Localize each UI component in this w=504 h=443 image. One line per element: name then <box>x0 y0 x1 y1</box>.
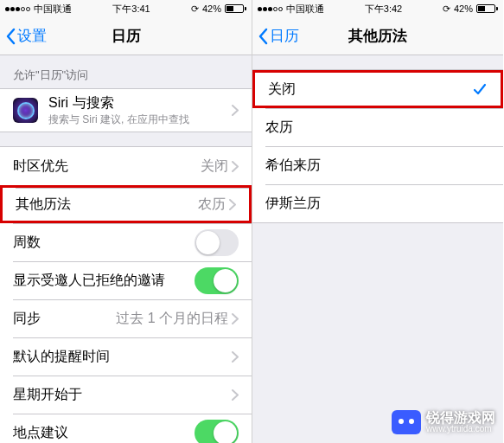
option-lunar[interactable]: 农历 <box>252 108 503 146</box>
watermark-logo-icon <box>392 410 421 434</box>
clock-label: 下午3:41 <box>112 3 150 16</box>
weekstart-label: 星期开始于 <box>13 386 232 404</box>
week-start-cell[interactable]: 星期开始于 <box>0 376 252 414</box>
sync-cell[interactable]: 同步 过去 1 个月的日程 <box>0 299 252 337</box>
carrier-label: 中国联通 <box>286 3 324 16</box>
orientation-lock-icon: ⟳ <box>443 3 450 15</box>
sync-label: 同步 <box>13 310 116 328</box>
back-label: 日历 <box>270 26 299 46</box>
back-label: 设置 <box>17 26 47 46</box>
signal-icon <box>5 7 30 11</box>
option-off-label: 关闭 <box>268 80 472 99</box>
watermark-url: www.ytruida.com <box>426 425 495 433</box>
tz-value: 关闭 <box>201 157 228 176</box>
show-declined-toggle[interactable] <box>195 267 239 294</box>
declined-label: 显示受邀人已拒绝的邀请 <box>13 272 195 290</box>
signal-icon <box>258 7 283 11</box>
chevron-right-icon <box>232 351 239 363</box>
battery-icon <box>476 4 498 13</box>
chevron-left-icon <box>258 28 268 45</box>
battery-icon <box>225 4 246 13</box>
page-title: 其他历法 <box>348 26 407 46</box>
option-off[interactable]: 关闭 <box>252 70 503 108</box>
clock-label: 下午3:42 <box>365 3 402 16</box>
orientation-lock-icon: ⟳ <box>191 3 199 15</box>
check-icon <box>472 81 488 97</box>
location-suggestions-toggle[interactable] <box>195 420 239 443</box>
chevron-right-icon <box>232 105 239 116</box>
battery-percent: 42% <box>454 3 473 14</box>
alternate-calendars-pane: 中国联通 下午3:42 ⟳ 42% 日历 其他历法 关闭 农历 <box>252 0 503 443</box>
option-islamic[interactable]: 伊斯兰历 <box>252 184 503 222</box>
altcal-value: 农历 <box>198 196 226 214</box>
carrier-label: 中国联通 <box>34 3 72 16</box>
show-declined-cell[interactable]: 显示受邀人已拒绝的邀请 <box>0 261 252 299</box>
siri-icon <box>13 98 38 123</box>
battery-percent: 42% <box>202 3 221 14</box>
settings-calendar-pane: 中国联通 下午3:41 ⟳ 42% 设置 日历 允许"日历"访问 Siri 与搜… <box>0 0 252 443</box>
nav-bar: 设置 日历 <box>0 17 252 55</box>
back-button[interactable]: 日历 <box>252 26 299 46</box>
siri-subtitle: 搜索与 Siri 建议, 在应用中查找 <box>48 113 232 127</box>
week-numbers-cell[interactable]: 周数 <box>0 223 252 261</box>
option-lunar-label: 农历 <box>265 119 490 137</box>
status-bar: 中国联通 下午3:42 ⟳ 42% <box>252 0 503 17</box>
watermark-name: 锐得游戏网 <box>426 411 495 425</box>
location-label: 地点建议 <box>13 424 195 442</box>
back-button[interactable]: 设置 <box>0 26 47 46</box>
option-hebrew-label: 希伯来历 <box>265 157 490 175</box>
alert-label: 默认的提醒时间 <box>13 348 232 366</box>
chevron-right-icon <box>232 389 239 401</box>
status-bar: 中国联通 下午3:41 ⟳ 42% <box>0 0 252 17</box>
chevron-right-icon <box>229 199 236 210</box>
nav-bar: 日历 其他历法 <box>252 17 503 55</box>
watermark: 锐得游戏网 www.ytruida.com <box>392 410 495 434</box>
default-alert-cell[interactable]: 默认的提醒时间 <box>0 337 252 376</box>
timezone-override-cell[interactable]: 时区优先 关闭 <box>0 147 252 185</box>
weeknum-label: 周数 <box>13 234 195 252</box>
chevron-left-icon <box>5 28 16 45</box>
chevron-right-icon <box>232 313 239 324</box>
sync-value: 过去 1 个月的日程 <box>116 310 228 328</box>
option-hebrew[interactable]: 希伯来历 <box>252 146 503 184</box>
chevron-right-icon <box>232 161 239 172</box>
week-numbers-toggle[interactable] <box>195 229 239 256</box>
siri-search-cell[interactable]: Siri 与搜索 搜索与 Siri 建议, 在应用中查找 <box>0 89 252 132</box>
siri-title: Siri 与搜索 <box>48 94 232 112</box>
location-suggestions-cell[interactable]: 地点建议 <box>0 414 252 443</box>
altcal-label: 其他历法 <box>16 196 198 214</box>
section-header-access: 允许"日历"访问 <box>0 55 252 88</box>
alternate-calendars-cell[interactable]: 其他历法 农历 <box>0 185 252 223</box>
page-title: 日历 <box>112 26 141 46</box>
tz-label: 时区优先 <box>13 157 201 176</box>
option-islamic-label: 伊斯兰历 <box>265 195 490 213</box>
